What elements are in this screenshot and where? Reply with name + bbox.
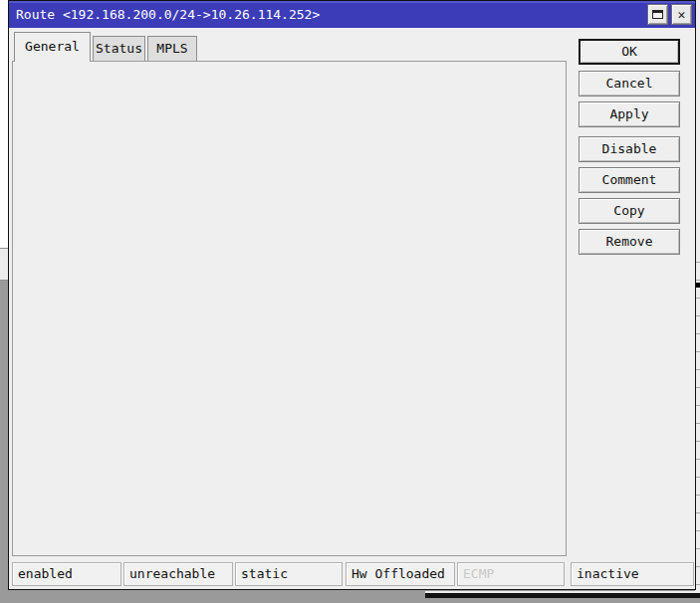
remove-button[interactable]: Remove bbox=[579, 229, 680, 255]
tab-status[interactable]: Status bbox=[93, 36, 145, 62]
comment-button[interactable]: Comment bbox=[579, 167, 680, 193]
status-ecmp: ECMP bbox=[457, 562, 565, 586]
disable-button[interactable]: Disable bbox=[579, 136, 680, 162]
cancel-button[interactable]: Cancel bbox=[579, 71, 680, 97]
status-enabled: enabled bbox=[12, 562, 121, 586]
copy-button[interactable]: Copy bbox=[579, 198, 680, 224]
window-title: Route <192.168.200.0/24->10.26.114.252> bbox=[16, 1, 320, 28]
status-hw-offloaded: Hw Offloaded bbox=[346, 562, 455, 586]
status-reachability: unreachable bbox=[123, 562, 233, 586]
tab-panel-border bbox=[12, 61, 567, 556]
status-activity: inactive bbox=[571, 562, 694, 586]
apply-button[interactable]: Apply bbox=[579, 101, 680, 127]
background-window-bottom-edge bbox=[425, 591, 700, 603]
route-dialog: Route <192.168.200.0/24->10.26.114.252> … bbox=[8, 0, 696, 590]
status-route-type: static bbox=[235, 562, 343, 586]
tab-general[interactable]: General bbox=[14, 32, 91, 62]
desktop-background: Route <192.168.200.0/24->10.26.114.252> … bbox=[0, 0, 700, 603]
close-icon: ✕ bbox=[678, 7, 686, 22]
ok-button[interactable]: OK bbox=[579, 39, 680, 65]
maximize-button[interactable] bbox=[647, 4, 668, 25]
maximize-icon bbox=[652, 10, 663, 19]
tab-mpls[interactable]: MPLS bbox=[147, 36, 197, 62]
titlebar[interactable]: Route <192.168.200.0/24->10.26.114.252> … bbox=[9, 1, 695, 28]
close-button[interactable]: ✕ bbox=[671, 4, 692, 25]
